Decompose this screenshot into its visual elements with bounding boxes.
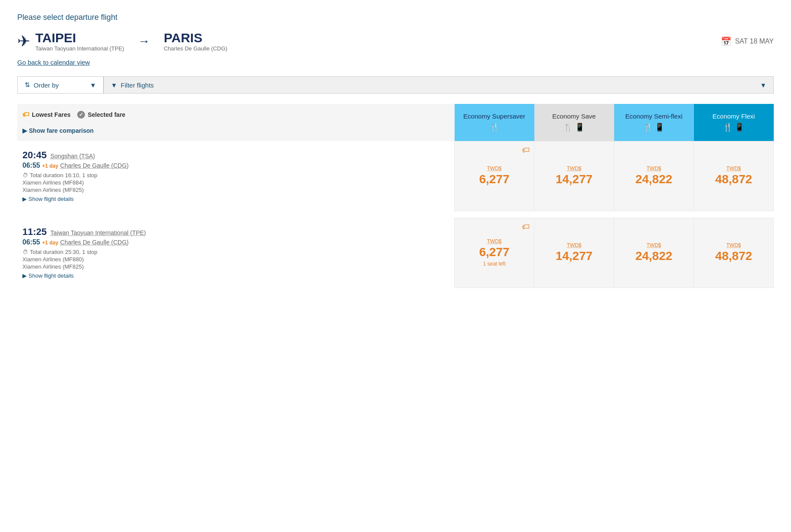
back-to-calendar-link[interactable]: Go back to calendar view [17,59,90,66]
flight-info-cell: 20:45 Songshan (TSA) 06:55 +1 day Charle… [17,141,455,211]
details-arrow-icon: ▶ [22,196,27,202]
depart-line: 11:25 Taiwan Taoyuan International (TPE) [22,226,449,238]
depart-airport: Songshan (TSA) [50,153,95,160]
day-offset: +1 day [42,163,58,169]
price-currency: TWD$ [458,238,530,244]
tag-icon: 🏷 [22,111,29,119]
flexi-label: Economy Flexi [697,113,770,120]
divider-cell [17,211,774,218]
filter-arrow: ▼ [760,81,766,89]
plane-icon: ✈ [17,32,30,50]
travel-date: SAT 18 MAY [735,38,774,45]
arrive-airport: Charles De Gaulle (CDG) [60,239,129,246]
date-section: 📅 SAT 18 MAY [721,36,774,47]
price-currency: TWD$ [697,166,770,172]
price-cell[interactable]: TWD$ 24,822 [614,218,694,288]
clock-icon: ⏱ [22,172,28,178]
flight-info-cell: 11:25 Taiwan Taoyuan International (TPE)… [17,218,455,288]
fare-header-row: 🏷 Lowest Fares ✓ Selected fare ▶ Show fa… [17,104,774,141]
filter-icon: ▼ [111,81,117,89]
fare-col-semiflexi: Economy Semi-flexi 🍴 📱 [614,104,694,141]
price-currency: TWD$ [697,242,770,248]
day-offset: +1 day [42,240,58,246]
duration-line: ⏱ Total duration 16:10, 1 stop [22,172,449,178]
price-amount: 24,822 [635,249,672,263]
divider-row [17,288,774,294]
show-flight-details-link[interactable]: ▶ Show flight details [22,196,449,202]
filter-flights-select[interactable]: ▼ Filter flights ▼ [104,76,774,94]
price-currency: TWD$ [538,166,610,172]
check-icon: ✓ [77,111,85,119]
flight-row: 20:45 Songshan (TSA) 06:55 +1 day Charle… [17,141,774,211]
price-currency: TWD$ [618,166,690,172]
supersaver-icons: 🍴 [458,122,531,132]
flexi-icons: 🍴 📱 [697,122,770,132]
best-price-tag-icon: 🏷 [522,146,530,155]
duration-text: Total duration 16:10, 1 stop [30,172,97,178]
price-cell[interactable]: TWD$ 48,872 [694,218,774,288]
lowest-fares-label: Lowest Fares [32,111,70,118]
arrive-line: 06:55 +1 day Charles De Gaulle (CDG) [22,162,449,169]
legend-items: 🏷 Lowest Fares ✓ Selected fare [22,111,449,119]
price-amount: 48,872 [715,172,752,186]
divider-row [17,211,774,218]
airline-line: Xiamen Airlines (MF825) [22,263,449,270]
comparison-arrow-icon: ▶ [22,127,27,134]
sort-icon: ⇅ [25,81,30,89]
origin-info: TAIPEI Taiwan Taoyuan International (TPE… [35,31,124,52]
details-arrow-icon: ▶ [22,272,27,279]
filter-flights-label: Filter flights [121,81,154,89]
airline-line: Xiamen Airlines (MF880) [22,256,449,263]
order-by-select[interactable]: ⇅ Order by ▼ [17,76,104,94]
calendar-icon: 📅 [721,36,731,47]
divider-cell [17,288,774,294]
price-currency: TWD$ [538,242,610,248]
depart-line: 20:45 Songshan (TSA) [22,150,449,161]
route-header: ✈ TAIPEI Taiwan Taoyuan International (T… [17,31,774,52]
price-amount: 14,277 [556,172,593,186]
semiflexi-icons: 🍴 📱 [618,122,691,132]
filters-row: ⇅ Order by ▼ ▼ Filter flights ▼ [17,76,774,94]
price-amount: 48,872 [715,249,752,263]
show-fare-comparison-link[interactable]: ▶ Show fare comparison [22,124,449,134]
price-cell[interactable]: TWD$ 48,872 [694,141,774,211]
depart-time: 20:45 [22,150,47,160]
airline-line: Xiamen Airlines (MF825) [22,187,449,193]
arrive-time: 06:55 [22,238,40,246]
price-cell[interactable]: 🏷 TWD$ 6,277 [455,141,534,211]
selected-fare-legend: ✓ Selected fare [77,111,125,119]
show-details-label: Show flight details [28,196,74,202]
show-flight-details-link[interactable]: ▶ Show flight details [22,272,449,279]
selected-fare-label: Selected fare [88,111,125,118]
price-currency: TWD$ [458,166,530,172]
arrive-time: 06:55 [22,162,40,169]
lowest-fares-legend: 🏷 Lowest Fares [22,111,70,119]
arrive-airport: Charles De Gaulle (CDG) [60,162,129,169]
price-amount: 6,277 [479,172,509,186]
order-by-arrow: ▼ [90,81,96,89]
arrive-line: 06:55 +1 day Charles De Gaulle (CDG) [22,238,449,246]
price-cell[interactable]: TWD$ 14,277 [534,218,614,288]
depart-airport: Taiwan Taoyuan International (TPE) [50,229,146,236]
origin-airport: Taiwan Taoyuan International (TPE) [35,45,124,52]
show-comparison-label: Show fare comparison [29,127,94,134]
price-cell[interactable]: TWD$ 14,277 [534,141,614,211]
price-amount: 24,822 [635,172,672,186]
page-title: Please select departure flight [17,13,774,22]
price-cell[interactable]: 🏷 TWD$ 6,277 1 seat left [455,218,534,288]
dest-city: PARIS [164,31,227,45]
flight-row: 11:25 Taiwan Taoyuan International (TPE)… [17,218,774,288]
airline-line: Xiamen Airlines (MF884) [22,179,449,186]
save-label: Economy Save [538,113,611,120]
price-amount: 6,277 [479,245,509,259]
fare-col-save: Economy Save 🍴 📱 [534,104,614,141]
show-details-label: Show flight details [28,272,74,279]
route-arrow-icon: → [138,34,150,48]
legend-cell: 🏷 Lowest Fares ✓ Selected fare ▶ Show fa… [17,104,455,141]
order-by-label: Order by [34,81,59,89]
route-left: ✈ TAIPEI Taiwan Taoyuan International (T… [17,31,227,52]
price-cell[interactable]: TWD$ 24,822 [614,141,694,211]
fare-col-supersaver: Economy Supersaver 🍴 [455,104,534,141]
save-icons: 🍴 📱 [538,122,611,132]
seat-warning: 1 seat left [458,261,530,267]
